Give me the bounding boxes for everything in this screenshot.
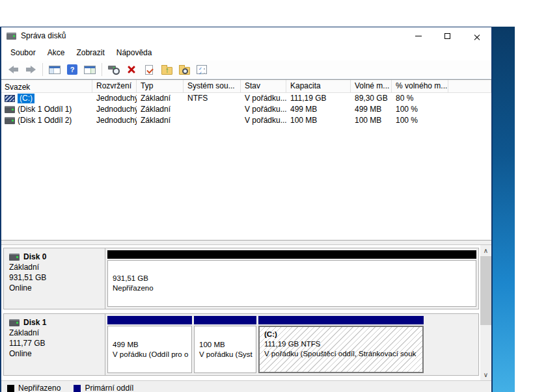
scroll-up-button[interactable]: ∧ — [480, 245, 491, 256]
pane-splitter[interactable] — [1, 240, 491, 245]
disk-status: Online — [9, 283, 100, 293]
volume-label-selected: (C:) — [18, 94, 34, 103]
legend-bar: Nepřiřazeno Primární oddíl — [1, 380, 491, 392]
volume-icon — [5, 106, 15, 113]
disk0-info-panel[interactable]: Disk 0 Základní 931,51 GB Online — [4, 248, 105, 309]
fs-cell — [184, 115, 241, 126]
free-cell: 499 MB — [351, 104, 392, 115]
back-arrow-icon — [8, 66, 18, 73]
free-cell: 100 MB — [351, 115, 392, 126]
minimize-button[interactable] — [403, 27, 433, 44]
unallocated-body: 931,51 GB Nepřiřazeno — [107, 260, 476, 307]
layout-cell: Jednoduchý — [92, 115, 137, 126]
disk-size: 111,77 GB — [9, 338, 100, 348]
explore-button[interactable] — [177, 62, 191, 77]
region-status: V pořádku (Oddíl pro o — [113, 350, 190, 359]
table-row-disk1-oddil2[interactable]: (Disk 1 Oddíl 2) Jednoduchý Základní V p… — [1, 115, 491, 126]
volume-cell: (Disk 1 Oddíl 2) — [1, 115, 92, 126]
region-size: 100 MB — [199, 340, 254, 350]
partition-body: 100 MB V pořádku (Syst — [194, 326, 256, 373]
region-title: (C:) — [264, 330, 421, 339]
filler-cell — [448, 115, 491, 126]
mark-active-button[interactable] — [142, 62, 156, 77]
type-cell: Základní — [137, 93, 184, 104]
properties-button[interactable]: ✓ ✓ — [195, 62, 209, 77]
layout-cell: Jednoduchý — [92, 93, 137, 104]
partition-body: 499 MB V pořádku (Oddíl pro o — [107, 326, 192, 373]
legend-label: Nepřiřazeno — [18, 384, 61, 392]
legend-item-unallocated: Nepřiřazeno — [7, 384, 61, 392]
menu-item-soubor[interactable]: Soubor — [5, 46, 42, 59]
open-button[interactable] — [159, 62, 174, 77]
selected-volume-icon — [5, 95, 15, 102]
partition-region-oddil1[interactable]: 499 MB V pořádku (Oddíl pro o — [107, 316, 192, 373]
scroll-down-button[interactable]: ∨ — [480, 369, 491, 380]
delete-icon — [127, 65, 136, 74]
column-header-pct-volneho-mista[interactable]: % volného m... — [392, 80, 448, 92]
column-header-kapacita[interactable]: Kapacita — [286, 80, 351, 92]
fs-cell: NTFS — [184, 93, 241, 104]
volume-cell: (Disk 1 Oddíl 1) — [1, 104, 92, 115]
delete-button[interactable] — [124, 62, 139, 77]
scrollbar-thumb[interactable] — [480, 256, 491, 325]
back-button[interactable] — [6, 62, 20, 77]
region-status: V pořádku (Syst — [199, 350, 254, 359]
window-title: Správa disků — [21, 31, 66, 40]
column-header-svazek[interactable]: Svazek — [1, 80, 92, 92]
disk-management-app-icon — [7, 33, 16, 40]
free-pct-cell: 100 % — [392, 115, 448, 126]
partition-region-oddil2[interactable]: 100 MB V pořádku (Syst — [194, 316, 256, 373]
primary-partition-bar — [258, 316, 424, 324]
volume-cell: (C:) — [1, 93, 92, 104]
legend-label: Primární oddíl — [85, 384, 133, 392]
close-button[interactable] — [462, 27, 491, 44]
primary-partition-bar — [194, 316, 256, 324]
help-button[interactable]: ? — [65, 62, 79, 77]
maximize-button[interactable] — [433, 27, 462, 44]
disk-label: Disk 1 — [23, 317, 46, 328]
filler-cell — [448, 93, 491, 104]
column-header-filler — [448, 80, 491, 92]
type-cell: Základní — [137, 115, 184, 126]
capacity-cell: 111,19 GB — [286, 93, 351, 104]
unallocated-region[interactable]: 931,51 GB Nepřiřazeno — [107, 250, 476, 307]
action-pane-icon — [84, 66, 96, 74]
free-pct-cell: 80 % — [392, 93, 448, 104]
column-header-volne-misto[interactable]: Volné m... — [351, 80, 392, 92]
toolbar: ? ✓ ✓ — [1, 60, 491, 79]
menu-item-akce[interactable]: Akce — [42, 46, 71, 59]
column-header-typ[interactable]: Typ — [137, 80, 184, 92]
partition-body-selected: (C:) 111,19 GB NTFS V pořádku (Spouštěcí… — [258, 326, 424, 373]
region-size: 111,19 GB NTFS — [264, 339, 421, 349]
disk-label: Disk 0 — [23, 252, 46, 262]
folder-search-icon — [179, 67, 190, 75]
table-row-disk1-oddil1[interactable]: (Disk 1 Oddíl 1) Jednoduchý Základní V p… — [1, 104, 491, 115]
status-cell: V pořádku... — [241, 93, 286, 104]
volume-list-header: Svazek Rozvržení Typ Systém sou... Stav … — [1, 80, 491, 93]
forward-button[interactable] — [23, 62, 38, 77]
column-header-stav[interactable]: Stav — [241, 80, 286, 92]
window-controls — [403, 27, 491, 44]
disk-icon — [9, 254, 20, 261]
rescan-disks-button[interactable] — [107, 62, 121, 77]
disk-kind: Základní — [9, 262, 100, 272]
show-action-pane-button[interactable] — [83, 62, 97, 77]
column-header-system-souboru[interactable]: Systém sou... — [184, 80, 241, 92]
help-icon: ? — [67, 64, 77, 75]
free-cell: 89,30 GB — [351, 93, 392, 104]
toolbar-separator — [102, 63, 102, 76]
disk1-info-panel[interactable]: Disk 1 Základní 111,77 GB Online — [4, 314, 105, 375]
column-header-rozvrzeni[interactable]: Rozvržení — [92, 80, 137, 92]
table-row-c[interactable]: (C:) Jednoduchý Základní NTFS V pořádku.… — [1, 93, 491, 104]
status-cell: V pořádku... — [241, 104, 286, 115]
vertical-scrollbar[interactable]: ∧ ∨ — [480, 245, 491, 380]
filler-cell — [448, 104, 491, 115]
scroll-up-icon: ∧ — [484, 247, 488, 254]
menu-bar: Soubor Akce Zobrazit Nápověda — [1, 44, 491, 60]
desktop-background — [493, 27, 515, 392]
menu-item-zobrazit[interactable]: Zobrazit — [70, 46, 110, 59]
menu-item-napoveda[interactable]: Nápověda — [111, 46, 158, 59]
layout-cell: Jednoduchý — [92, 104, 137, 115]
partition-region-c[interactable]: (C:) 111,19 GB NTFS V pořádku (Spouštěcí… — [258, 316, 424, 373]
show-console-tree-button[interactable] — [48, 62, 62, 77]
